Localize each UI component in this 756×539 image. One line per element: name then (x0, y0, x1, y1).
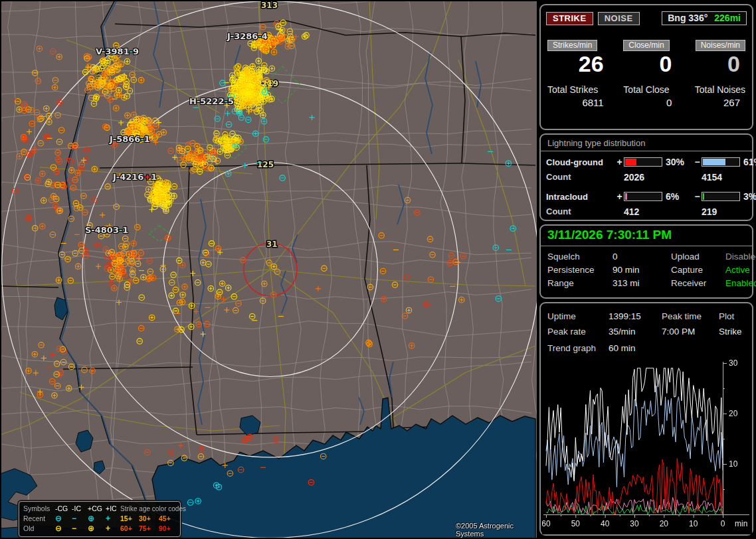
total-close-value: 0 (616, 97, 678, 108)
plus-sign: + (615, 157, 624, 167)
legend-row-recent-label: Recent (23, 514, 55, 524)
squelch-value: 0 (613, 250, 671, 264)
lightning-distribution-panel: Lightning type distribution Cloud-ground… (539, 133, 753, 221)
noises-per-min-chip[interactable]: Noises/min (696, 40, 745, 51)
nexstorm-window: J-3286-4V-3981-9H-5222-5J-5866-1J-4216+1… (0, 0, 756, 539)
legend-age-75: 75+ (139, 524, 159, 534)
bearing-readout: Bng 336°226mi (662, 11, 747, 25)
upload-status: Disabled (725, 250, 756, 264)
plot-label: Plot (719, 309, 745, 324)
legend-col-icpos: +IC (106, 504, 120, 514)
cloud-ground-label: Cloud-ground (546, 157, 615, 167)
strikes-per-min-value: 26 (547, 52, 609, 76)
persistence-label: Persistence (547, 264, 613, 277)
peak-time-value: 7:00 PM (662, 324, 719, 339)
intracloud-label: Intracloud (546, 192, 615, 202)
legend-age-45: 45+ (159, 514, 177, 524)
cg-positive-pct: 30% (662, 157, 693, 167)
receiver-label: Receiver (671, 277, 725, 290)
peak-rate-label: Peak rate (547, 324, 609, 339)
peak-time-label: Peak time (662, 309, 719, 324)
trend-window-value: 60 min (609, 343, 745, 353)
trend-graph-label: Trend graph (547, 343, 609, 353)
distribution-title: Lightning type distribution (541, 135, 752, 151)
map-canvas[interactable] (1, 1, 537, 538)
noises-per-min-value: 0 (684, 52, 745, 76)
storm-cell-label: J-4216+1 (113, 172, 157, 182)
minus-icon: − (72, 514, 88, 524)
minus-sign: − (693, 191, 702, 202)
legend-age-header: Strike age color codes (120, 504, 177, 514)
squelch-label: Squelch (547, 250, 613, 264)
legend-col-icneg: -IC (72, 504, 88, 514)
noise-mode-button[interactable]: NOISE (598, 12, 640, 25)
total-noises-value: 267 (684, 97, 745, 108)
ic-count-label: Count (546, 206, 615, 217)
ic-positive-pct: 6% (662, 191, 693, 202)
storm-cell-label: J-5866-1 (110, 134, 150, 144)
cg-negative-bar (702, 157, 740, 167)
datetime-display: 3/11/2026 7:30:11 PM (541, 226, 752, 246)
cg-positive-count: 2026 (624, 172, 693, 183)
cg-negative-pct: 61% (740, 157, 756, 167)
legend-age-15: 15+ (120, 514, 139, 524)
plus-icon: + (106, 514, 120, 524)
close-per-min-value: 0 (616, 52, 678, 76)
uptime-label: Uptime (547, 309, 609, 324)
legend-age-60: 60+ (120, 524, 139, 534)
lightning-map[interactable]: J-3286-4V-3981-9H-5222-5J-5866-1J-4216+1… (1, 1, 537, 538)
total-strikes-label: Total Strikes (547, 84, 609, 95)
close-per-min-chip[interactable]: Close/min (623, 40, 669, 51)
receiver-status: Enabled (725, 277, 756, 290)
trend-graph-canvas (542, 359, 752, 534)
bearing-value: Bng 336° (668, 13, 708, 23)
strikes-per-min-chip[interactable]: Strikes/min (547, 40, 597, 51)
ic-negative-bar (702, 192, 740, 201)
uptime-value: 1399:15 (609, 309, 662, 324)
storm-cell-label: J-3286-4 (227, 31, 268, 41)
plus-sign: + (615, 191, 624, 202)
ic-positive-count: 412 (624, 206, 693, 217)
plot-value: Strike (719, 324, 745, 339)
range-value: 313 mi (613, 277, 671, 290)
ic-positive-bar (624, 192, 662, 201)
strike-mode-button[interactable]: STRIKE (546, 12, 593, 25)
legend-row-old-label: Old (23, 524, 55, 534)
counters-panel: STRIKE NOISE Bng 336°226mi Strikes/min C… (539, 4, 753, 130)
trend-panel: Uptime 1399:15 Peak time Plot Peak rate … (539, 302, 753, 536)
copyright-text: ©2005 Astrogenic Systems (456, 522, 537, 538)
capture-label: Capture (671, 264, 725, 277)
ic-negative-count: 219 (702, 206, 747, 217)
total-noises-label: Total Noises (684, 84, 745, 95)
circle-plus-icon: ⊕ (88, 524, 106, 534)
ic-negative-pct: 3% (740, 191, 756, 202)
total-close-label: Total Close (616, 84, 678, 95)
bearing-distance: 226mi (714, 13, 741, 23)
total-strikes-value: 6811 (547, 97, 609, 108)
storm-cell-label: S-4803-1 (85, 225, 128, 235)
map-legend: Symbols -CG -IC +CG +IC Strike age color… (19, 501, 181, 537)
circle-minus-icon: ⊖ (55, 514, 72, 524)
cg-positive-bar (624, 157, 662, 167)
cg-count-label: Count (546, 172, 615, 183)
cg-negative-count: 4154 (702, 172, 747, 183)
circle-minus-icon: ⊖ (55, 524, 72, 534)
persistence-value: 90 min (613, 264, 671, 277)
range-label: Range (547, 277, 613, 290)
legend-symbols-header: Symbols (23, 504, 55, 514)
minus-icon: − (72, 524, 88, 534)
capture-status: Active (725, 264, 756, 277)
storm-cell-label: V-3981-9 (96, 46, 139, 56)
legend-col-cgpos: +CG (88, 504, 106, 514)
status-panel: 3/11/2026 7:30:11 PM Squelch 0 Upload Di… (539, 224, 753, 299)
legend-age-90: 90+ (159, 524, 177, 534)
storm-cell-label: H-5222-5 (189, 96, 234, 106)
peak-rate-value: 35/min (609, 324, 662, 339)
legend-col-cgneg: -CG (55, 504, 72, 514)
upload-label: Upload (671, 250, 725, 264)
plus-icon: + (106, 524, 120, 534)
legend-age-30: 30+ (139, 514, 159, 524)
circle-plus-icon: ⊕ (88, 514, 106, 524)
minus-sign: − (693, 157, 702, 167)
